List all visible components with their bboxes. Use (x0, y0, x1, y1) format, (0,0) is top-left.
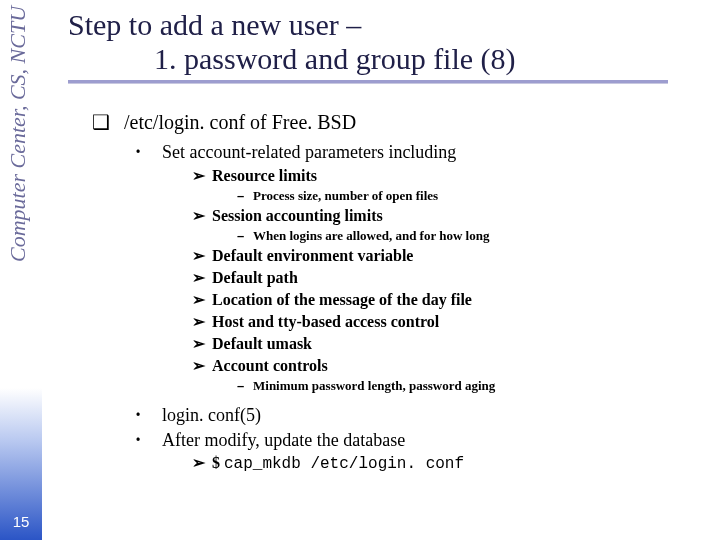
arrow-bullet-icon: ➢ (192, 356, 205, 376)
account-controls-text: Account controls (212, 356, 700, 376)
arrow-bullet-icon: ➢ (192, 166, 205, 186)
item-default-path: ➢ Default path (192, 268, 700, 288)
after-modify-text: After modify, update the database (162, 429, 700, 452)
item-host-tty: ➢ Host and tty-based access control (192, 312, 700, 332)
session-limits-detail-text: When logins are allowed, and for how lon… (253, 228, 700, 244)
motd-text: Location of the message of the day file (212, 290, 700, 310)
umask-text: Default umask (212, 334, 700, 354)
item-account-controls: ➢ Account controls (192, 356, 700, 376)
default-path-text: Default path (212, 268, 700, 288)
cmd-code: cap_mkdb /etc/login. conf (224, 455, 464, 473)
bullet-after-modify: • After modify, update the database (136, 429, 700, 452)
arrow-bullet-icon: ➢ (192, 268, 205, 288)
login-conf-man-text: login. conf(5) (162, 404, 700, 427)
item-resource-limits: ➢ Resource limits (192, 166, 700, 186)
arrow-bullet-icon: ➢ (192, 206, 205, 226)
set-params-text: Set account-related parameters including (162, 141, 700, 164)
dash-bullet-icon: – (237, 188, 244, 204)
page-number: 15 (0, 513, 42, 530)
bullet-heading: ❑ /etc/login. conf of Free. BSD (92, 110, 700, 135)
host-tty-text: Host and tty-based access control (212, 312, 700, 332)
arrow-bullet-icon: ➢ (192, 334, 205, 354)
item-umask: ➢ Default umask (192, 334, 700, 354)
item-motd: ➢ Location of the message of the day fil… (192, 290, 700, 310)
arrow-bullet-icon: ➢ (192, 290, 205, 310)
capmkdb-text: $ cap_mkdb /etc/login. conf (212, 453, 700, 474)
arrow-bullet-icon: ➢ (192, 453, 205, 473)
arrow-bullet-icon: ➢ (192, 246, 205, 266)
slide-body: ❑ /etc/login. conf of Free. BSD • Set ac… (92, 110, 700, 474)
slide: Computer Center, CS, NCTU 15 Step to add… (0, 0, 720, 540)
title-line-1: Step to add a new user – (68, 8, 700, 42)
sidebar-label: Computer Center, CS, NCTU (6, 6, 36, 386)
default-env-text: Default environment variable (212, 246, 700, 266)
resource-limits-detail-text: Process size, number of open files (253, 188, 700, 204)
arrow-bullet-icon: ➢ (192, 312, 205, 332)
bullet-login-conf-man: • login. conf(5) (136, 404, 700, 427)
slide-title: Step to add a new user – 1. password and… (68, 8, 700, 84)
session-limits-text: Session accounting limits (212, 206, 700, 226)
item-session-limits-detail: – When logins are allowed, and for how l… (237, 228, 700, 244)
square-bullet-icon: ❑ (92, 110, 110, 135)
item-session-limits: ➢ Session accounting limits (192, 206, 700, 226)
heading-text: /etc/login. conf of Free. BSD (124, 110, 700, 135)
title-line-2: 1. password and group file (8) (68, 42, 700, 76)
account-controls-detail-text: Minimum password length, password aging (253, 378, 700, 394)
cmd-dollar-prefix: $ (212, 454, 220, 471)
resource-limits-text: Resource limits (212, 166, 700, 186)
title-underline (68, 80, 668, 84)
dot-bullet-icon: • (136, 145, 140, 160)
item-capmkdb-command: ➢ $ cap_mkdb /etc/login. conf (192, 453, 700, 474)
dot-bullet-icon: • (136, 408, 140, 423)
dot-bullet-icon: • (136, 433, 140, 448)
item-resource-limits-detail: – Process size, number of open files (237, 188, 700, 204)
dash-bullet-icon: – (237, 228, 244, 244)
item-account-controls-detail: – Minimum password length, password agin… (237, 378, 700, 394)
item-default-env: ➢ Default environment variable (192, 246, 700, 266)
bullet-set-params: • Set account-related parameters includi… (136, 141, 700, 164)
dash-bullet-icon: – (237, 378, 244, 394)
